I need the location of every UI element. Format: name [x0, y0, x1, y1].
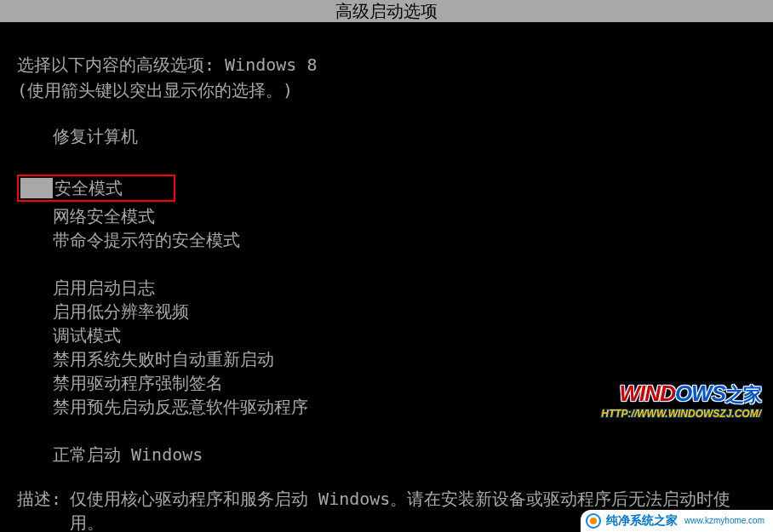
watermark-brand: WINDOWS之家 [601, 378, 761, 409]
menu-item-safe-mode-label: 安全模式 [54, 178, 123, 198]
menu-item-normal-start[interactable]: 正常启动 Windows [53, 443, 756, 466]
selection-cursor [20, 178, 53, 198]
spacer [53, 419, 756, 443]
menu-item-safe-mode-cmd[interactable]: 带命令提示符的安全模式 [53, 228, 756, 252]
menu-item-safe-mode-network[interactable]: 网络安全模式 [53, 204, 756, 228]
selected-highlight-box: 安全模式 [17, 174, 175, 202]
watermark-brand-left: WIND [620, 380, 675, 406]
menu-item-boot-logging[interactable]: 启用启动日志 [53, 276, 756, 300]
spacer [53, 252, 756, 276]
prompt-line-1: 选择以下内容的高级选项: Windows 8 [17, 53, 756, 77]
prompt-line-2: (使用箭头键以突出显示你的选择。) [17, 78, 756, 102]
watermark-2-text: 纯净系统之家 [606, 512, 678, 529]
menu-item-repair[interactable]: 修复计算机 [53, 124, 756, 148]
watermark-brand-zh: 之家 [725, 384, 761, 405]
spacer [53, 148, 756, 172]
watermark-windowszj: WINDOWS之家 HTTP://WWW.WINDOWSZJ.COM/ [601, 378, 761, 421]
boot-menu-content: 选择以下内容的高级选项: Windows 8 (使用箭头键以突出显示你的选择。)… [0, 22, 773, 532]
header-title: 高级启动选项 [335, 1, 438, 21]
menu-item-safe-mode[interactable]: 安全模式 [20, 178, 172, 198]
menu-item-disable-auto-restart[interactable]: 禁用系统失败时自动重新启动 [53, 347, 756, 371]
watermark-url: HTTP://WWW.WINDOWSZJ.COM/ [601, 407, 761, 421]
menu-item-low-res[interactable]: 启用低分辨率视频 [53, 300, 756, 323]
header-title-bar: 高级启动选项 [0, 0, 773, 22]
watermark-brand-right: OWS [675, 380, 725, 406]
watermark-kzmyhome: 纯净系统之家 www.kzmyhome.com [581, 510, 773, 532]
watermark-logo-icon [586, 513, 601, 529]
menu-item-debug[interactable]: 调试模式 [53, 323, 756, 347]
description-label: 描述: [17, 487, 61, 532]
watermark-2-url: www.kzmyhome.com [684, 515, 764, 527]
